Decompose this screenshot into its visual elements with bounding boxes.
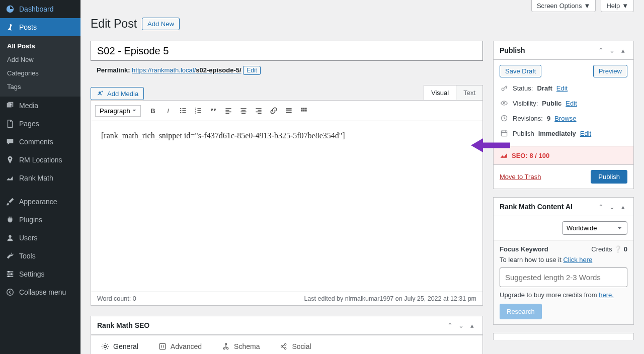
preview-button[interactable]: Preview: [593, 65, 627, 77]
permalink-link[interactable]: https://rankmath.local/s02-episode-5/: [132, 66, 242, 74]
svg-point-8: [180, 110, 181, 111]
read-more-button[interactable]: [282, 104, 296, 118]
sidebar-item-dashboard[interactable]: Dashboard: [0, 0, 80, 18]
move-down-icon[interactable]: ⌄: [607, 203, 616, 211]
bulleted-list-button[interactable]: [176, 104, 190, 118]
move-down-icon[interactable]: ⌄: [456, 322, 465, 329]
revisions-label: Revisions:: [513, 115, 543, 122]
location-icon: [5, 155, 15, 165]
sidebar-label: Media: [19, 102, 38, 110]
word-count: Word count: 0: [97, 295, 136, 302]
visibility-edit-link[interactable]: Edit: [566, 100, 577, 107]
svg-rect-24: [242, 110, 246, 111]
comment-icon: [5, 137, 15, 147]
brush-icon: [5, 197, 15, 207]
editor-text: [rank_math_rich_snippet id="s-f437d61c-8…: [101, 131, 345, 140]
sidebar-label: Rank Math: [19, 174, 53, 182]
sidebar-sub-all-posts[interactable]: All Posts: [0, 39, 80, 53]
post-title-input[interactable]: [91, 41, 483, 61]
svg-point-45: [281, 345, 283, 347]
svg-point-0: [10, 104, 12, 106]
move-down-icon[interactable]: ⌄: [607, 47, 616, 54]
screen-options-toggle[interactable]: Screen Options ▼: [531, 0, 596, 12]
sidebar-item-media[interactable]: Media: [0, 97, 80, 115]
sidebar-item-comments[interactable]: Comments: [0, 133, 80, 151]
content-ai-title: Rank Math Content AI: [500, 203, 573, 211]
editor-toolbar: Paragraph B I 123: [91, 100, 483, 121]
sidebar-item-rank-math[interactable]: Rank Math: [0, 169, 80, 187]
toolbar-toggle-button[interactable]: [297, 104, 311, 118]
sidebar-item-settings[interactable]: Settings: [0, 265, 80, 283]
sidebar-item-collapse[interactable]: Collapse menu: [0, 283, 80, 301]
tab-text[interactable]: Text: [456, 85, 483, 100]
plug-icon: [5, 215, 15, 225]
status-edit-link[interactable]: Edit: [556, 84, 568, 92]
svg-point-9: [180, 112, 181, 113]
move-up-icon[interactable]: ⌃: [596, 203, 605, 211]
seo-value: 8 / 100: [529, 152, 549, 159]
rm-tab-general[interactable]: General: [91, 335, 148, 354]
sidebar-item-pages[interactable]: Pages: [0, 115, 80, 133]
italic-button[interactable]: I: [161, 104, 175, 118]
region-select[interactable]: Worldwide: [562, 221, 627, 235]
tab-visual[interactable]: Visual: [424, 85, 456, 100]
sidebar-item-tools[interactable]: Tools: [0, 247, 80, 265]
align-left-button[interactable]: [221, 104, 235, 118]
sidebar-item-posts[interactable]: Posts: [0, 18, 80, 36]
align-center-button[interactable]: [236, 104, 251, 118]
numbered-list-button[interactable]: 123: [191, 104, 205, 118]
bold-button[interactable]: B: [146, 104, 160, 118]
format-select[interactable]: Paragraph: [95, 105, 141, 117]
page-title: Edit Post: [91, 17, 137, 31]
toggle-icon[interactable]: ▴: [618, 203, 627, 211]
publish-button[interactable]: Publish: [591, 170, 627, 184]
sidebar-item-appearance[interactable]: Appearance: [0, 193, 80, 211]
publish-title: Publish: [500, 46, 525, 54]
rm-tab-schema[interactable]: Schema: [212, 335, 270, 354]
help-icon[interactable]: ❔: [614, 245, 622, 253]
rm-tab-advanced[interactable]: Advanced: [148, 335, 212, 354]
collapse-icon: [5, 287, 15, 297]
publish-edit-link[interactable]: Edit: [580, 130, 591, 137]
move-up-icon[interactable]: ⌃: [596, 47, 605, 54]
add-new-button[interactable]: Add New: [142, 18, 180, 30]
content-ai-metabox: Rank Math Content AI ⌃ ⌄ ▴ Worldwide Foc…: [493, 197, 634, 325]
move-to-trash-link[interactable]: Move to Trash: [500, 173, 541, 181]
svg-rect-23: [240, 108, 246, 109]
svg-rect-12: [182, 112, 186, 113]
sidebar-sub-add-new[interactable]: Add New: [0, 53, 80, 66]
toggle-icon[interactable]: ▴: [618, 47, 627, 54]
move-up-icon[interactable]: ⌃: [445, 322, 454, 329]
link-button[interactable]: [267, 104, 281, 118]
pin-icon: [5, 22, 15, 32]
help-toggle[interactable]: Help ▼: [601, 0, 634, 12]
rm-tab-social[interactable]: Social: [270, 335, 321, 354]
sidebar-label: Comments: [19, 138, 53, 146]
howto-link[interactable]: Click here: [563, 256, 592, 263]
svg-rect-38: [303, 110, 304, 111]
svg-rect-36: [305, 108, 306, 109]
editor-content[interactable]: [rank_math_rich_snippet id="s-f437d61c-8…: [91, 121, 483, 292]
focus-keyword-input[interactable]: [500, 268, 627, 287]
upgrade-link[interactable]: here.: [599, 291, 614, 299]
revisions-browse-link[interactable]: Browse: [554, 115, 576, 122]
sidebar-item-rm-locations[interactable]: RM Locations: [0, 151, 80, 169]
blockquote-button[interactable]: [206, 104, 220, 118]
sidebar-item-users[interactable]: Users: [0, 229, 80, 247]
credits-area: Credits ❔ 0: [591, 245, 627, 253]
research-button[interactable]: Research: [500, 304, 542, 319]
sidebar-item-plugins[interactable]: Plugins: [0, 211, 80, 229]
permalink-edit-button[interactable]: Edit: [243, 66, 261, 75]
toggle-icon[interactable]: ▴: [467, 322, 476, 329]
add-media-button[interactable]: Add Media: [91, 87, 144, 100]
svg-point-4: [8, 276, 10, 278]
svg-rect-37: [301, 110, 302, 111]
sidebar-sub-categories[interactable]: Categories: [0, 66, 80, 80]
svg-rect-32: [286, 110, 291, 111]
svg-rect-31: [286, 108, 291, 109]
save-draft-button[interactable]: Save Draft: [500, 65, 541, 77]
revisions-value: 9: [547, 115, 550, 122]
align-right-button[interactable]: [252, 104, 266, 118]
svg-rect-28: [258, 110, 261, 111]
sidebar-sub-tags[interactable]: Tags: [0, 80, 80, 94]
